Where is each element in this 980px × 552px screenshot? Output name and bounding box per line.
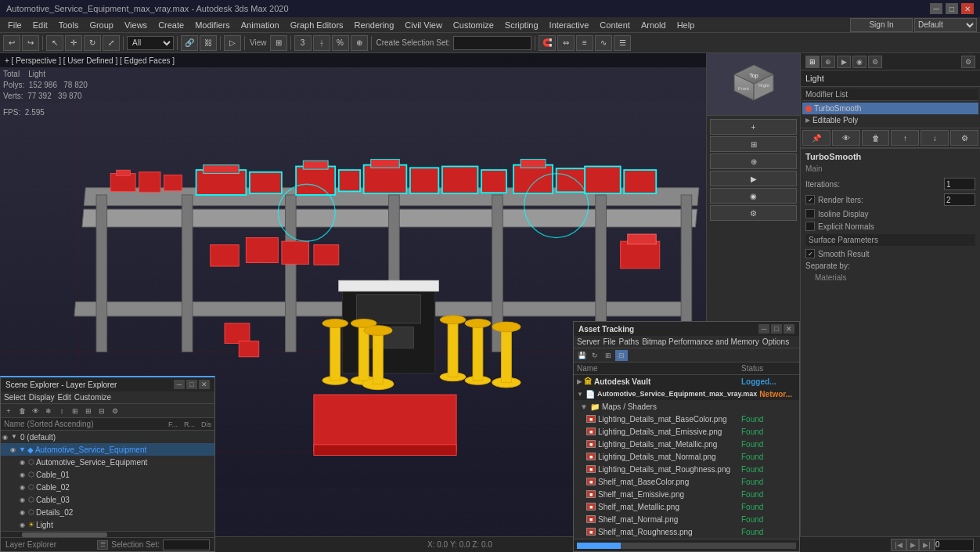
ap-item-sme[interactable]: ■ Shelf_mat_Metallic.png Found <box>574 500 799 513</box>
menu-civil-view[interactable]: Civil View <box>400 19 446 31</box>
ap-group-main-file[interactable]: ▼ 📄 Automotive_Service_Equipment_max_vra… <box>574 388 799 400</box>
ap-item-sem[interactable]: ■ Shelf_mat_Emissive.png Found <box>574 488 799 500</box>
create-sel-input[interactable] <box>453 36 531 50</box>
mt-up[interactable]: ↑ <box>891 130 919 146</box>
time-controls-prev[interactable]: |◀ <box>891 539 906 551</box>
ap-menu-file[interactable]: File <box>603 337 615 346</box>
menu-group[interactable]: Group <box>85 19 118 31</box>
ts-explicit-normals-check[interactable] <box>805 222 815 231</box>
se-tb-expand[interactable]: ⊞ <box>82 406 95 417</box>
menu-arnold[interactable]: Arnold <box>636 19 671 31</box>
rt-hierarchy[interactable]: ⊕ <box>710 153 797 169</box>
menu-create[interactable]: Create <box>153 19 189 31</box>
ap-group-vault[interactable]: ▶ 🏛 Autodesk Vault Logged... <box>574 375 799 388</box>
se-tb-collapse[interactable]: ⊟ <box>95 406 108 417</box>
ap-item-bc1[interactable]: ■ Lighting_Details_mat_BaseColor.png Fou… <box>574 413 799 425</box>
tb-curves[interactable]: ∿ <box>595 35 612 51</box>
se-item-cable02[interactable]: ◉ ⬡ Cable_02 <box>1 481 214 493</box>
se-tb-options[interactable]: ⚙ <box>109 406 121 417</box>
menu-help[interactable]: Help <box>672 19 700 31</box>
ap-maximize[interactable]: □ <box>771 324 782 334</box>
menu-edit[interactable]: Edit <box>28 19 52 31</box>
menu-content[interactable]: Content <box>595 19 635 31</box>
close-button[interactable]: ✕ <box>961 3 974 14</box>
tab-motion[interactable]: ▶ <box>837 56 851 68</box>
frame-input[interactable] <box>935 539 974 551</box>
tab-display[interactable]: ◉ <box>852 56 867 68</box>
tb-select[interactable]: ↖ <box>46 35 63 51</box>
rt-create[interactable]: + <box>710 119 797 135</box>
se-minimize[interactable]: ─ <box>174 380 185 389</box>
ap-item-sno[interactable]: ■ Shelf_mat_Normal.png Found <box>574 513 799 525</box>
tb-redo[interactable]: ↪ <box>22 35 39 51</box>
menu-customize[interactable]: Customize <box>449 19 499 31</box>
se-item-ase-mesh[interactable]: ◉ ⬡ Automotive_Service_Equipment <box>1 456 214 468</box>
tb-xform3[interactable]: % <box>332 35 349 51</box>
tb-mirror[interactable]: ⇔ <box>557 35 575 51</box>
ap-menu-server[interactable]: Server <box>577 337 600 346</box>
tb-undo[interactable]: ↩ <box>3 35 20 51</box>
ap-close[interactable]: ✕ <box>784 324 794 334</box>
ap-item-sro[interactable]: ■ Shelf_mat_Roughness.png Found <box>574 525 799 538</box>
tb-xform1[interactable]: 3 <box>294 35 312 51</box>
se-sel-icon[interactable]: ☰ <box>97 540 108 550</box>
se-tb-delete[interactable]: 🗑 <box>16 406 28 417</box>
tb-viewport-type[interactable]: ⊞ <box>270 35 287 51</box>
modifier-item-editable-poly[interactable]: ▶ Editable Poly <box>802 114 978 126</box>
se-tb-hide[interactable]: 👁 <box>29 406 41 417</box>
se-item-ase-group[interactable]: ◉ ▼ ◆ Automotive_Service_Equipment <box>1 443 214 456</box>
ap-menu-options[interactable]: Options <box>762 337 789 346</box>
modifier-item-turbosmooth[interactable]: TurboSmooth <box>802 103 978 114</box>
workspace-select[interactable]: Default <box>914 18 977 32</box>
menu-views[interactable]: Views <box>120 19 152 31</box>
tb-rotate[interactable]: ↻ <box>84 35 101 51</box>
rt-utilities[interactable]: ⚙ <box>710 205 797 221</box>
rt-modify[interactable]: ⊞ <box>710 136 797 152</box>
se-tb-sort[interactable]: ↕ <box>56 406 68 417</box>
tab-hierarchy[interactable]: ⊕ <box>821 56 835 68</box>
mt-config[interactable]: ⚙ <box>950 130 978 146</box>
se-item-cable03[interactable]: ◉ ⬡ Cable_03 <box>1 493 214 506</box>
se-sel-input[interactable] <box>163 539 210 550</box>
menu-tools[interactable]: Tools <box>54 19 84 31</box>
rt-motion[interactable]: ▶ <box>710 171 797 186</box>
menu-graph-editors[interactable]: Graph Editors <box>286 19 348 31</box>
menu-file[interactable]: File <box>3 19 27 31</box>
ap-tb-expand[interactable]: ⊞ <box>602 350 614 361</box>
se-menu-edit[interactable]: Edit <box>58 393 71 402</box>
se-tb-freeze[interactable]: ❄ <box>42 406 55 417</box>
filter-select[interactable]: All <box>127 36 174 50</box>
ts-isoline-check[interactable] <box>805 209 815 218</box>
ap-item-em1[interactable]: ■ Lighting_Details_mat_Emissive.png Foun… <box>574 425 799 438</box>
tb-link[interactable]: 🔗 <box>181 35 198 51</box>
ts-render-iters-check[interactable]: ✓ <box>805 195 815 204</box>
se-tb-filter[interactable]: ⊞ <box>69 406 81 417</box>
se-item-light[interactable]: ◉ ☀ Light <box>1 518 214 531</box>
maximize-button[interactable]: □ <box>946 3 958 14</box>
ap-menu-paths[interactable]: Paths <box>619 337 640 346</box>
se-item-details02[interactable]: ◉ ⬡ Details_02 <box>1 506 214 518</box>
minimize-button[interactable]: ─ <box>930 3 942 14</box>
viewport-cube[interactable]: Top Front Right <box>707 53 800 116</box>
ap-minimize[interactable]: ─ <box>758 324 769 334</box>
mt-show[interactable]: 👁 <box>832 130 860 146</box>
se-item-cable01[interactable]: ◉ ⬡ Cable_01 <box>1 468 214 481</box>
ap-menu-bitmap[interactable]: Bitmap Performance and Memory <box>642 337 759 346</box>
tb-snap[interactable]: 🧲 <box>539 35 556 51</box>
ts-render-iters-input[interactable] <box>944 193 975 206</box>
tb-layers[interactable]: ☰ <box>614 35 631 51</box>
tb-align[interactable]: ≡ <box>576 35 593 51</box>
ap-item-no1[interactable]: ■ Lighting_Details_mat_Normal.png Found <box>574 450 799 463</box>
se-close[interactable]: ✕ <box>199 380 210 389</box>
se-menu-display[interactable]: Display <box>29 393 55 402</box>
ap-tb-save[interactable]: 💾 <box>575 350 588 361</box>
se-scrollbar[interactable] <box>1 531 214 537</box>
menu-scripting[interactable]: Scripting <box>500 19 543 31</box>
tb-move[interactable]: ✛ <box>65 35 82 51</box>
rt-display[interactable]: ◉ <box>710 188 797 204</box>
ap-tb-filter[interactable]: ⊟ <box>615 350 628 361</box>
props-settings[interactable]: ⚙ <box>961 56 975 68</box>
menu-rendering[interactable]: Rendering <box>350 19 399 31</box>
mt-down[interactable]: ↓ <box>921 130 949 146</box>
ap-item-me1[interactable]: ■ Lighting_Details_mat_Metallic.png Foun… <box>574 438 799 450</box>
